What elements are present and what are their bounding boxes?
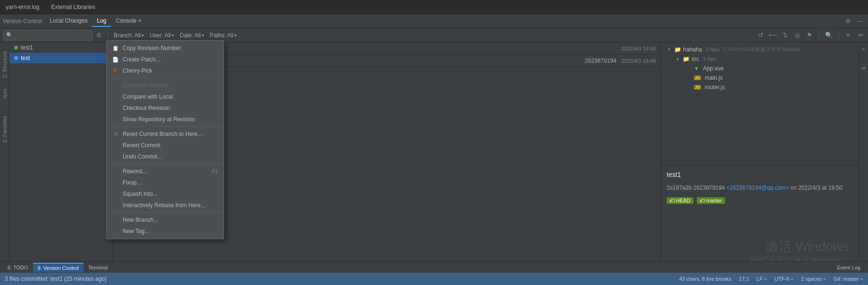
left-side-tabs: npm 2: Favorites [0, 85, 9, 147]
menu-sep-2 [107, 126, 224, 127]
branch-label-test: test [21, 55, 30, 61]
paths-filter-label: Paths: All [210, 32, 234, 39]
status-chars: 43 chars, 8 line breaks [679, 276, 732, 282]
branch-label-test1: test1 [21, 44, 33, 51]
flag-icon[interactable]: ⚑ [805, 31, 814, 40]
top-bar-right: ⚙ — [843, 17, 865, 26]
fetch-icon[interactable]: ⟵ [768, 31, 777, 40]
menu-create-patch[interactable]: 📄 Create Patch... [107, 54, 224, 65]
tree-item-src[interactable]: ▾ 📁 src 3 files [661, 54, 859, 64]
sort-right-icon[interactable]: ⇌ [856, 31, 865, 40]
file-entry-external[interactable]: External Libraries [45, 1, 101, 13]
structure-tab[interactable]: Z: Structure [1, 47, 8, 82]
menu-interactive-rebase[interactable]: Interactively Rebase from Here... [107, 200, 224, 211]
menu-new-branch[interactable]: New Branch... [107, 214, 224, 226]
paths-arrow-icon: ▾ [234, 33, 237, 38]
paths-filter[interactable]: Paths: All ▾ [208, 32, 239, 39]
head-badge-label: HEAD [676, 198, 691, 203]
branch-item-test[interactable]: test [9, 53, 113, 63]
tab-local-changes[interactable]: Local Changes [45, 16, 92, 27]
branch-dot-test1 [14, 46, 18, 50]
reset-icon: ↺ [112, 131, 119, 137]
tree-item-main-js[interactable]: JS main.js [661, 73, 859, 83]
head-badge: 🏷 HEAD [667, 197, 693, 204]
tree-count-src: 3 files [703, 56, 717, 62]
sort-icon[interactable]: ⇅ [780, 31, 790, 40]
tab-todo[interactable]: 6: TODO [3, 263, 33, 272]
menu-revert-commit[interactable]: Revert Commit [107, 140, 224, 151]
favorites-tab[interactable]: 2: Favorites [1, 112, 8, 146]
file-entries: yarn-error.log External Libraries [0, 0, 868, 14]
search-box[interactable]: 🔍 [3, 30, 92, 41]
file-entry-yarn[interactable]: yarn-error.log [0, 1, 45, 13]
user-filter[interactable]: User: All ▾ [148, 32, 176, 39]
tree-item-app-vue[interactable]: ▼ App.vue [661, 64, 859, 73]
filter-actions: ↺ ⟵ ⇅ ◎ ⚑ 🔍 ≡ ⇌ [756, 31, 865, 40]
menu-show-repository-label: Show Repository at Revision [123, 116, 195, 123]
eye-icon[interactable]: ◎ [793, 31, 802, 40]
search-right-icon[interactable]: 🔍 [824, 31, 834, 40]
menu-checkout-revision[interactable]: Checkout Revision [107, 102, 224, 114]
minimize-icon[interactable]: — [856, 17, 865, 26]
menu-reset-branch[interactable]: ↺ Reset Current Branch to Here... [107, 128, 224, 140]
branch-filter-label: Branch: All [114, 32, 141, 39]
patch-icon: 📄 [112, 57, 119, 63]
right-sidebar: ≡ ⇌ [859, 42, 868, 275]
status-position: 17:1 [739, 276, 749, 282]
menu-squash-label: Squash Into... [123, 191, 158, 197]
menu-new-branch-label: New Branch... [123, 217, 158, 223]
user-arrow-icon: ▾ [172, 33, 174, 38]
menu-copy-revision[interactable]: 📋 Copy Revision Number [107, 42, 224, 54]
filter-right-icon[interactable]: ≡ [843, 31, 853, 40]
commit-hash: 2e187a2b [667, 184, 692, 191]
right-icon-2[interactable]: ⇌ [859, 63, 868, 73]
menu-compare-local[interactable]: Compare with Local [107, 91, 224, 102]
npm-tab[interactable]: npm [1, 85, 8, 102]
branch-item-test1[interactable]: test1 [9, 42, 113, 53]
menu-checkout-revision-label: Checkout Revision [123, 105, 170, 111]
vue-icon-app: ▼ [694, 66, 699, 71]
settings-icon[interactable]: ⚙ [843, 17, 853, 26]
menu-show-repository[interactable]: Show Repository at Revision [107, 114, 224, 125]
commit-revision: 2623879194 [693, 184, 725, 191]
tab-version-control[interactable]: 9: Version Control [33, 263, 83, 272]
menu-reword[interactable]: Reword... F2 [107, 166, 224, 177]
menu-reset-branch-label: Reset Current Branch to Here... [123, 131, 202, 137]
tab-console[interactable]: Console × [111, 16, 146, 27]
branch-filter[interactable]: Branch: All ▾ [112, 32, 146, 39]
js-icon-main: JS [694, 75, 701, 80]
menu-new-tag[interactable]: New Tag... [107, 226, 224, 237]
tree-label-src: src [692, 56, 699, 62]
search-input[interactable] [15, 32, 89, 39]
status-encoding[interactable]: UTF-8 ÷ [775, 276, 793, 282]
tab-event-log[interactable]: Event Log [832, 263, 865, 272]
status-bar: 3 files committed: test1 (25 minutes ago… [0, 273, 868, 285]
menu-cherry-pick[interactable]: 🍒 Cherry-Pick [107, 65, 224, 76]
right-panel: ▾ 📁 hahaha 3 files C:\Users\Dell\新建文件夹\h… [660, 42, 859, 275]
tree-item-hahaha[interactable]: ▾ 📁 hahaha 3 files C:\Users\Dell\新建文件夹\h… [661, 44, 859, 54]
master-badge-icon: 🏷 [700, 198, 705, 203]
status-git-branch[interactable]: Git: master ÷ [834, 276, 863, 282]
refresh-icon[interactable]: ↺ [756, 31, 765, 40]
date-filter[interactable]: Date: All ▾ [178, 32, 206, 39]
menu-fixup[interactable]: Fixup... [107, 177, 224, 188]
context-menu: 📋 Copy Revision Number 📄 Create Patch...… [106, 40, 224, 239]
menu-revert-commit-label: Revert Commit [123, 142, 160, 149]
right-icon-1[interactable]: ≡ [859, 44, 868, 54]
status-indent[interactable]: 2 spaces ÷ [801, 276, 826, 282]
menu-cherry-pick-label: Cherry-Pick [123, 67, 152, 74]
tab-terminal[interactable]: Terminal [83, 263, 113, 272]
settings-filter-icon[interactable]: ⚙ [94, 31, 104, 40]
tab-log[interactable]: Log [92, 16, 111, 27]
tree-label-hahaha: hahaha [683, 46, 702, 53]
menu-undo-commit[interactable]: Undo Commit... [107, 151, 224, 162]
master-badge: 🏷 master [697, 197, 725, 204]
menu-create-patch-label: Create Patch... [123, 56, 160, 63]
head-badge-icon: 🏷 [669, 198, 675, 203]
menu-compare-versions-label: Compare Versions [123, 82, 169, 89]
menu-compare-local-label: Compare with Local [123, 93, 173, 100]
status-line-ending[interactable]: LF ÷ [757, 276, 767, 282]
tree-item-router-js[interactable]: JS router.js [661, 83, 859, 92]
cherry-pick-icon: 🍒 [112, 68, 119, 74]
menu-squash[interactable]: Squash Into... [107, 188, 224, 200]
